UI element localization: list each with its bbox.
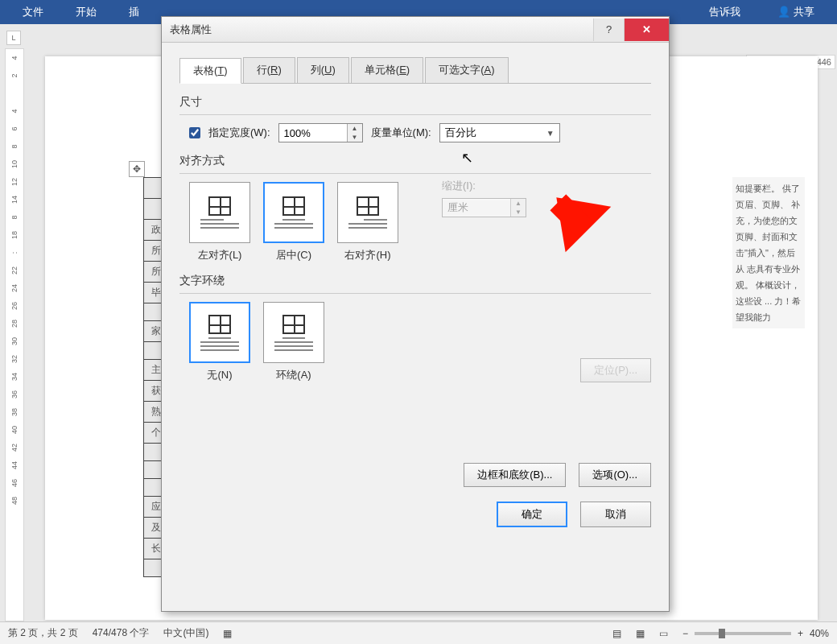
help-icon: ? [606, 23, 612, 35]
macro-icon[interactable]: ▦ [223, 628, 232, 639]
zoom-level[interactable]: 40% [810, 628, 829, 639]
dialog-tabs: 表格(T)行(R)列(U)单元格(E)可选文字(A) [179, 57, 651, 84]
table-icon [357, 196, 379, 216]
language[interactable]: 中文(中国) [163, 626, 208, 640]
dialog-titlebar[interactable]: 表格属性 ? ✕ [162, 17, 669, 43]
align-option-0[interactable]: 左对齐(L) [189, 182, 250, 262]
indent-label: 缩进(I): [442, 179, 526, 193]
table-icon [208, 315, 231, 334]
zoom-slider[interactable] [695, 632, 791, 635]
section-align-label: 对齐方式 [179, 154, 651, 168]
ribbon-tab-home[interactable]: 开始 [60, 2, 113, 23]
chevron-down-icon: ▼ [546, 129, 555, 138]
zoom-out-button[interactable]: − [682, 628, 688, 639]
dialog-title: 表格属性 [170, 23, 212, 37]
table-icon [282, 196, 305, 216]
unit-select[interactable]: 百分比 ▼ [439, 123, 560, 142]
cancel-button[interactable]: 取消 [580, 502, 651, 527]
dialog-tab-E[interactable]: 单元格(E) [351, 57, 423, 83]
status-bar: 第 2 页，共 2 页 474/478 个字 中文(中国) ▦ ▤ ▦ ▭ − … [0, 621, 837, 644]
width-input[interactable]: ▲▼ [278, 123, 363, 142]
indent-spinner: ▲▼ [510, 199, 526, 217]
options-button[interactable]: 选项(O)... [579, 463, 651, 487]
indent-input: ▲▼ [442, 198, 526, 217]
section-wrap-label: 文字环绕 [179, 274, 651, 288]
close-button[interactable]: ✕ [624, 19, 669, 41]
help-button[interactable]: ? [593, 19, 624, 41]
share-button[interactable]: 👤 共享 [761, 2, 831, 23]
spin-down-icon[interactable]: ▼ [348, 133, 362, 142]
specify-width-label: 指定宽度(W): [208, 126, 270, 140]
indent-field [443, 200, 510, 216]
width-field[interactable] [279, 126, 347, 141]
page-margin-text: 知提要栏。 供了页眉、页脚、 补充，为使您的文 页脚、封面和文 击"插入"，然后… [732, 177, 805, 328]
table-icon [282, 315, 305, 334]
ribbon-tab-file[interactable]: 文件 [6, 2, 60, 23]
dialog-tab-R[interactable]: 行(R) [243, 57, 295, 83]
view-print-icon[interactable]: ▦ [636, 628, 645, 639]
dialog-tab-A[interactable]: 可选文字(A) [425, 57, 508, 83]
view-read-icon[interactable]: ▤ [612, 628, 621, 639]
ok-button[interactable]: 确定 [497, 502, 567, 527]
specify-width-checkbox[interactable] [189, 127, 200, 138]
vertical-ruler: 42468101214818:2224262830323436384042444… [5, 48, 24, 621]
unit-label: 度量单位(M): [371, 126, 431, 140]
wrap-option-0[interactable]: 无(N) [189, 302, 250, 382]
zoom-in-button[interactable]: + [798, 628, 803, 639]
tell-me[interactable]: 告诉我 [693, 2, 757, 23]
table-icon [208, 196, 231, 216]
unit-value: 百分比 [445, 126, 476, 140]
word-count[interactable]: 474/478 个字 [93, 626, 150, 640]
dialog-tab-U[interactable]: 列(U) [297, 57, 349, 83]
section-size-label: 尺寸 [179, 95, 651, 109]
ruler-corner: L [6, 31, 21, 45]
table-properties-dialog: 表格属性 ? ✕ 表格(T)行(R)列(U)单元格(E)可选文字(A) 尺寸 指… [161, 16, 670, 612]
align-option-2[interactable]: 右对齐(H) [337, 182, 398, 262]
spin-up-icon[interactable]: ▲ [348, 124, 362, 133]
share-icon: 👤 [777, 6, 790, 18]
table-move-handle[interactable]: ✥ [129, 161, 145, 177]
close-icon: ✕ [642, 23, 651, 35]
locate-button: 定位(P)... [580, 358, 651, 382]
ribbon-tab-insert[interactable]: 插 [113, 2, 155, 23]
view-web-icon[interactable]: ▭ [659, 628, 668, 639]
align-option-1[interactable]: 居中(C) [263, 182, 324, 262]
page-count: 第 2 页，共 2 页 [8, 626, 78, 640]
wrap-option-1[interactable]: 环绕(A) [263, 302, 324, 382]
width-spinner[interactable]: ▲▼ [347, 124, 362, 142]
dialog-tab-T[interactable]: 表格(T) [179, 58, 241, 84]
border-shading-button[interactable]: 边框和底纹(B)... [464, 463, 566, 487]
